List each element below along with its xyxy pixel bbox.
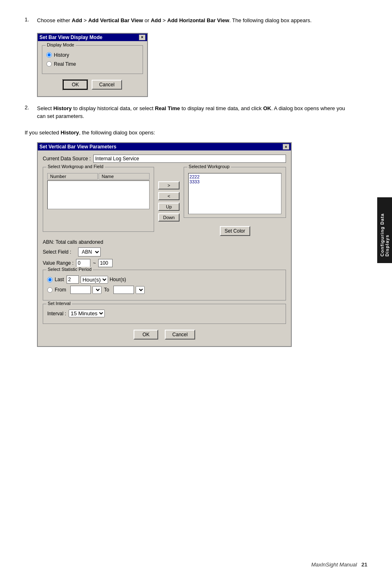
- col-number: Number: [47, 173, 98, 180]
- display-mode-title: Display Mode: [46, 42, 76, 47]
- field-select-wrapper: ABN: [78, 247, 101, 256]
- value-range-label: Value Range :: [43, 260, 74, 266]
- large-dialog-title: Set Vertical Bar View Parameters: [39, 144, 116, 150]
- side-tab: Configuring Data Displays: [377, 197, 392, 263]
- large-dialog-ok-button[interactable]: OK: [134, 330, 158, 340]
- arrow-left-button[interactable]: <: [158, 192, 180, 200]
- data-source-row: Current Data Source :: [43, 155, 286, 163]
- radio-last-label: Last: [55, 277, 64, 282]
- from-unit-select[interactable]: [92, 286, 101, 294]
- large-dialog-close-button[interactable]: ×: [283, 144, 289, 150]
- value-range-row: Value Range : ~: [43, 259, 286, 267]
- value-from-input[interactable]: [76, 259, 90, 267]
- radio-history-label: History: [54, 52, 69, 58]
- interval-row: Interval : 15 Minutes 30 Minutes 1 Hour: [47, 310, 281, 317]
- list-header: Number Name: [47, 173, 150, 180]
- selected-workgroup-list[interactable]: 2222 3333: [188, 173, 281, 214]
- step1-text: Choose either Add > Add Vertical Bar Vie…: [37, 16, 311, 25]
- col-name: Name: [99, 173, 149, 180]
- small-dialog-title: Set Bar View Display Mode: [39, 35, 102, 40]
- small-dialog-buttons: OK Cancel: [42, 78, 143, 92]
- interval-section-title: Set Interval: [46, 301, 72, 306]
- arrow-right-button[interactable]: >: [158, 181, 180, 189]
- radio-history-row: History: [46, 52, 138, 58]
- statistic-section: Select Statistic Period Last Hour(s) Day…: [43, 270, 286, 300]
- statistic-section-title: Select Statistic Period: [46, 267, 93, 272]
- last-unit-label: Hour(s): [110, 277, 126, 282]
- from-value-input[interactable]: [70, 286, 91, 294]
- arrow-down-button[interactable]: Down: [158, 213, 180, 222]
- radio-history[interactable]: [46, 52, 52, 58]
- to-label: To: [104, 287, 109, 293]
- para-history: If you selected History, the following d…: [25, 129, 345, 137]
- workgroup-list[interactable]: [47, 180, 150, 209]
- small-dialog: Set Bar View Display Mode × Display Mode…: [37, 33, 148, 97]
- to-value-input[interactable]: [113, 286, 134, 294]
- footer-italic: MaxInSight Manual: [311, 562, 357, 568]
- footer: MaxInSight Manual 21: [311, 562, 367, 568]
- tilde: ~: [93, 260, 96, 266]
- selected-item-1: 2222: [189, 174, 280, 179]
- field-row: Select Field : ABN: [43, 247, 286, 256]
- radio-from-label: From: [55, 287, 66, 293]
- small-dialog-cancel-button[interactable]: Cancel: [92, 80, 122, 90]
- value-to-input[interactable]: [98, 259, 113, 267]
- step2-text: Select History to display historical dat…: [37, 104, 345, 120]
- step2-number: 2.: [25, 104, 37, 120]
- selected-workgroup-groupbox: Selected Workgroup 2222 3333: [184, 167, 286, 218]
- data-source-input[interactable]: [93, 155, 286, 163]
- interval-label: Interval :: [47, 311, 66, 317]
- arrow-buttons: > < Up Down: [157, 167, 180, 236]
- step1-number: 1.: [25, 16, 37, 25]
- radio-realtime[interactable]: [46, 61, 52, 67]
- stat-from-row: From To: [47, 286, 281, 294]
- radio-realtime-label: Real Time: [54, 61, 76, 67]
- data-source-label: Current Data Source :: [43, 156, 91, 162]
- to-unit-select[interactable]: [136, 286, 145, 294]
- workgroup-field-groupbox: Select Workgroup and Field Number Name: [43, 167, 154, 232]
- large-dialog: Set Vertical Bar View Parameters × Curre…: [37, 142, 292, 347]
- small-dialog-close-button[interactable]: ×: [139, 35, 145, 40]
- large-dialog-cancel-button[interactable]: Cancel: [165, 330, 195, 340]
- selected-workgroup-title: Selected Workgroup: [187, 164, 231, 169]
- footer-page: 21: [362, 562, 367, 568]
- stat-last-row: Last Hour(s) Day(s) Hour(s): [47, 275, 281, 284]
- small-dialog-ok-button[interactable]: OK: [63, 80, 88, 90]
- selected-item-2: 3333: [189, 179, 280, 184]
- last-unit-select[interactable]: Hour(s) Day(s): [81, 276, 108, 284]
- display-mode-groupbox: Display Mode History Real Time: [42, 45, 143, 74]
- workgroup-field-title: Select Workgroup and Field: [46, 164, 105, 169]
- large-dialog-titlebar: Set Vertical Bar View Parameters ×: [38, 143, 291, 150]
- abn-label: ABN: Total calls abandoned: [43, 239, 286, 245]
- field-label: Select Field :: [43, 249, 76, 255]
- field-select[interactable]: ABN: [78, 247, 101, 256]
- radio-realtime-row: Real Time: [46, 61, 138, 67]
- arrow-up-button[interactable]: Up: [158, 203, 180, 211]
- small-dialog-titlebar: Set Bar View Display Mode ×: [38, 34, 147, 41]
- radio-from[interactable]: [47, 287, 53, 293]
- interval-section: Set Interval Interval : 15 Minutes 30 Mi…: [43, 304, 286, 324]
- radio-last[interactable]: [47, 277, 53, 282]
- interval-select[interactable]: 15 Minutes 30 Minutes 1 Hour: [69, 310, 105, 317]
- large-dialog-buttons: OK Cancel: [43, 328, 286, 342]
- set-color-button[interactable]: Set Color: [220, 226, 250, 236]
- last-value-input[interactable]: [67, 275, 79, 284]
